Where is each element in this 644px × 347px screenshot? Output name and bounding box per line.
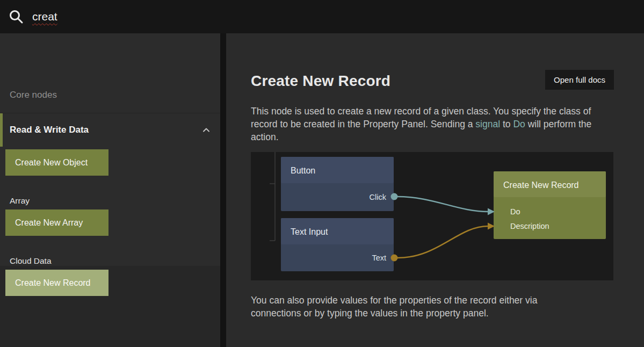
port-label-text: Text bbox=[372, 254, 386, 262]
category-label: Core nodes bbox=[10, 90, 57, 100]
diagram-svg: Button Click Text Input Text Create New … bbox=[251, 152, 613, 280]
node-item-create-new-record[interactable]: Create New Record bbox=[5, 270, 108, 296]
search-icon bbox=[9, 9, 24, 24]
search-input[interactable]: creat bbox=[32, 10, 57, 23]
signal-link[interactable]: signal bbox=[475, 119, 500, 129]
section-read-write-data[interactable]: Read & Write Data bbox=[0, 113, 220, 146]
node-item-create-new-object[interactable]: Create New Object bbox=[5, 149, 108, 176]
section-title: Read & Write Data bbox=[10, 125, 89, 135]
node-title: Text Input bbox=[291, 227, 328, 236]
node-connection-illustration: Button Click Text Input Text Create New … bbox=[251, 152, 613, 280]
port-label-do: Do bbox=[510, 207, 520, 216]
node-item-create-new-array[interactable]: Create New Array bbox=[5, 209, 108, 236]
node-picker-results: Core nodes Read & Write Data Create New … bbox=[0, 33, 220, 266]
intro-paragraph: This node is used to create a new record… bbox=[251, 105, 616, 143]
open-full-docs-button[interactable]: Open full docs bbox=[545, 70, 614, 90]
output-port-dot-text bbox=[391, 255, 398, 262]
diagram-node-create-new-record: Create New Record Do Description bbox=[494, 171, 606, 239]
node-title: Create New Record bbox=[503, 180, 579, 190]
chevron-up-icon bbox=[202, 126, 211, 134]
outro-paragraph: You can also provide values for the prop… bbox=[251, 294, 587, 320]
diagram-node-button: Button Click bbox=[281, 157, 394, 211]
group-label-array: Array bbox=[10, 196, 30, 206]
sidebar-main-divider bbox=[220, 33, 226, 347]
docs-panel: Create New Record Open full docs This no… bbox=[226, 33, 644, 347]
node-picker-sidebar: Core nodes Read & Write Data Create New … bbox=[0, 33, 220, 347]
output-port-dot-click bbox=[391, 193, 398, 200]
port-label-click: Click bbox=[370, 193, 387, 201]
intro-text-mid: to bbox=[500, 119, 513, 129]
node-title: Button bbox=[291, 166, 315, 175]
connection-click-to-do bbox=[391, 193, 495, 215]
hierarchy-line bbox=[270, 152, 275, 241]
do-link[interactable]: Do bbox=[513, 119, 525, 129]
group-label-cloud-data: Cloud Data bbox=[10, 256, 52, 266]
section-accent-bar bbox=[0, 113, 3, 147]
diagram-node-text-input: Text Input Text bbox=[281, 218, 394, 271]
port-label-description: Description bbox=[510, 222, 549, 230]
page-title: Create New Record bbox=[251, 73, 390, 90]
search-bar[interactable]: creat bbox=[0, 0, 644, 33]
connection-text-to-description bbox=[391, 223, 495, 262]
